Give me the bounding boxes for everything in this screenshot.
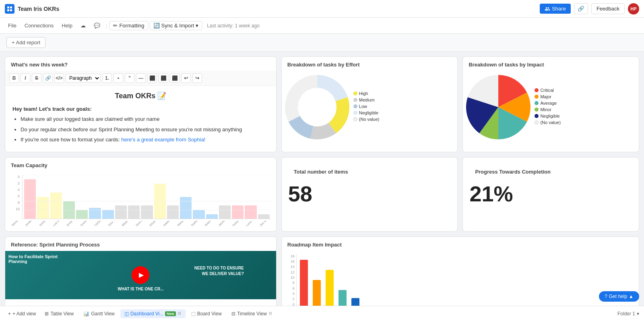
bar-label: Luis Martinez (52, 221, 63, 227)
tab-board[interactable]: ⬚ Board View (187, 309, 226, 318)
bar-label: Aiden Miller (204, 221, 215, 227)
add-view-button[interactable]: + + Add view (5, 309, 39, 318)
progress-content: Progress Towards Completion 21% (463, 157, 639, 213)
progress-title: Progress Towards Completion (469, 164, 556, 178)
tab-timeline[interactable]: ⊟ Timeline View ⚙ (227, 309, 277, 318)
roadmap-card: Roadmap Item Impact 024681012141618 (281, 236, 639, 311)
help-menu[interactable]: Help (58, 21, 76, 30)
total-items-value: 58 (288, 181, 312, 206)
file-menu[interactable]: File (5, 21, 20, 30)
svg-rect-1 (10, 6, 12, 8)
roadmap-title: Roadmap Item Impact (282, 237, 639, 251)
strikethrough-button[interactable]: S (32, 73, 41, 83)
tab-settings-icon[interactable]: ⚙ (178, 311, 182, 316)
reference-title: Reference: Sprint Planning Process (5, 237, 276, 251)
bar-label: Carlos Rivera (94, 221, 104, 227)
svg-rect-0 (7, 6, 9, 8)
code-button[interactable]: </> (54, 73, 64, 83)
roadmap-bar (313, 280, 321, 306)
connections-menu[interactable]: Connections (21, 21, 57, 30)
toolbar: File Connections Help ☁ 💬 | ✏ Formatting… (0, 18, 644, 34)
redo-button[interactable]: ↪ (192, 73, 202, 83)
board-icon: ⬚ (191, 311, 196, 317)
bar-label: Sophia Nguyen (190, 221, 201, 227)
paragraph-select[interactable]: Paragraph Heading 1 Heading 2 (66, 74, 101, 83)
video-title-overlay: How to Facilitate Sprint Planning (8, 254, 69, 264)
doc-link[interactable]: here's a great example from Sophia! (121, 137, 205, 143)
align-right-button[interactable]: ⬛ (170, 73, 180, 83)
ordered-list-button[interactable]: 1. (102, 73, 112, 83)
impact-chart: Critical Major Average Minor Negligible … (463, 71, 639, 143)
dashboard-icon: ◫ (124, 311, 129, 317)
roadmap-bar (326, 270, 334, 306)
bar-label: Nina Hernandez (135, 221, 146, 227)
svg-rect-3 (10, 9, 12, 11)
doc-subtitle: Hey team! Let's track our goals: (12, 106, 269, 112)
align-center-button[interactable]: ⬛ (159, 73, 168, 83)
formatting-button[interactable]: ✏ Formatting (109, 21, 148, 30)
unordered-list-button[interactable]: • (114, 73, 123, 83)
progress-value: 21% (469, 181, 513, 206)
sync-import-button[interactable]: 🔄 Sync & Import ▾ (150, 21, 202, 30)
share-button[interactable]: Share (540, 4, 571, 14)
app-title: Team Iris OKRs (18, 6, 59, 12)
tab-table[interactable]: ⊞ Table View (41, 309, 78, 318)
effort-title: Breakdown of tasks by Effort (282, 57, 458, 71)
bar-label: Emily Nakamura (66, 221, 76, 227)
capacity-bar (206, 214, 218, 219)
hr-button[interactable]: — (136, 73, 146, 83)
impact-legend: Critical Major Average Minor Negligible … (535, 88, 561, 126)
undo-button[interactable]: ↩ (181, 73, 191, 83)
chat-icon[interactable]: 💬 (91, 21, 103, 30)
roadmap-chart: 024681012141618 (282, 251, 639, 310)
doc-heading: Team OKRs 📝 (12, 91, 269, 100)
svg-point-4 (298, 88, 336, 126)
capacity-bar (50, 193, 62, 219)
feedback-button[interactable]: Feedback (591, 3, 625, 14)
roadmap-bar (351, 298, 359, 306)
quote-button[interactable]: " (125, 73, 134, 83)
list-item: Make sure all your logged tasks are clai… (21, 115, 269, 123)
link-button[interactable]: 🔗 (574, 3, 588, 14)
capacity-bar (63, 201, 75, 219)
get-help-button[interactable]: ? Get help ▲ (599, 291, 639, 302)
italic-button[interactable]: I (21, 73, 30, 83)
effort-pie (285, 75, 349, 139)
capacity-bar (24, 179, 36, 219)
folder-chevron: ▾ (637, 311, 639, 317)
bar-label: Lena Perez (246, 221, 256, 227)
capacity-title: Team Capacity (5, 157, 276, 172)
capacity-bar (37, 197, 49, 219)
main-content: What's new this week? B I S 🔗 </> Paragr… (0, 52, 644, 320)
bar-label: Dylan Carter (232, 221, 242, 227)
timeline-icon: ⊟ (231, 311, 235, 317)
bold-button[interactable]: B (9, 73, 19, 83)
timeline-settings-icon[interactable]: ⚙ (268, 311, 272, 316)
link-editor-button[interactable]: 🔗 (43, 73, 53, 83)
top-bar: Team Iris OKRs Share 🔗 Feedback HP (0, 0, 644, 18)
effort-legend: High Medium Low Negligible (No value) (353, 91, 380, 123)
doc-list: Make sure all your logged tasks are clai… (12, 115, 269, 144)
roadmap-group (351, 298, 359, 306)
video-thumbnail[interactable]: How to Facilitate Sprint Planning NEED T… (5, 251, 276, 299)
roadmap-bars (296, 254, 363, 307)
play-button[interactable] (132, 266, 149, 284)
capacity-bar (154, 184, 166, 219)
add-report-button[interactable]: + Add report (6, 37, 45, 48)
capacity-bar (219, 205, 231, 219)
impact-pie (466, 75, 530, 139)
bar-label: Jasmine Lee (218, 221, 228, 227)
capacity-bar (128, 205, 140, 219)
impact-title: Breakdown of tasks by Impact (463, 57, 639, 71)
editor-toolbar: B I S 🔗 </> Paragraph Heading 1 Heading … (5, 71, 276, 86)
last-activity: Last activity: 1 week ago (207, 23, 260, 29)
bar-label: Samantha Chen (11, 221, 21, 227)
align-left-button[interactable]: ⬛ (147, 73, 157, 83)
tab-gantt[interactable]: 📊 Gantt View (79, 309, 118, 318)
tab-dashboard[interactable]: ◫ Dashboard Vi... New ⚙ (120, 309, 186, 318)
gantt-icon: 📊 (83, 311, 89, 317)
bar-label: Jordan Patel (25, 221, 35, 227)
svg-rect-2 (7, 9, 9, 11)
cloud-icon[interactable]: ☁ (77, 21, 89, 30)
total-items-content: Total number of items 58 (282, 157, 458, 213)
